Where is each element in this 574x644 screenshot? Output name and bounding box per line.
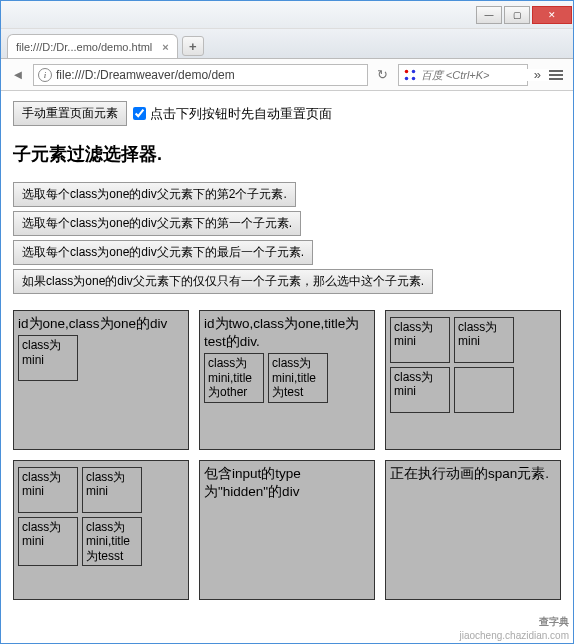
nav-bar: ◄ i ↻ »	[1, 59, 573, 91]
action-first-child[interactable]: 选取每个class为one的div父元素下的第一个子元素.	[13, 211, 301, 236]
baidu-icon	[403, 68, 417, 82]
box-title: id为two,class为one,title为test的div.	[204, 315, 370, 351]
auto-reset-checkbox[interactable]	[133, 107, 146, 120]
back-icon[interactable]: ◄	[9, 66, 27, 84]
auto-reset-text: 点击下列按钮时先自动重置页面	[150, 105, 332, 123]
top-controls: 手动重置页面元素 点击下列按钮时先自动重置页面	[13, 101, 561, 126]
box-title: id为one,class为one的div	[18, 315, 184, 333]
box-five: 包含input的type为"hidden"的div	[199, 460, 375, 600]
tab-bar: file:///D:/Dr...emo/demo.html × +	[1, 29, 573, 59]
browser-window: — ▢ ✕ file:///D:/Dr...emo/demo.html × + …	[0, 0, 574, 644]
mini-box: class为mini,title为other	[204, 353, 264, 402]
titlebar: — ▢ ✕	[1, 1, 573, 29]
box-six: 正在执行动画的span元素.	[385, 460, 561, 600]
auto-reset-label[interactable]: 点击下列按钮时先自动重置页面	[133, 105, 332, 123]
box-title: 包含input的type为"hidden"的div	[204, 465, 370, 501]
info-icon[interactable]: i	[38, 68, 52, 82]
mini-box: class为mini	[390, 317, 450, 363]
mini-box: class为mini	[18, 467, 78, 513]
watermark-brand: 查字典	[539, 615, 569, 629]
new-tab-button[interactable]: +	[182, 36, 204, 56]
box-four: class为mini class为mini class为mini class为m…	[13, 460, 189, 600]
mini-box: class为mini	[82, 467, 142, 513]
tab-title: file:///D:/Dr...emo/demo.html	[16, 41, 152, 53]
mini-box: class为mini	[18, 335, 78, 381]
svg-point-0	[405, 69, 409, 73]
mini-box: class为mini	[454, 317, 514, 363]
minimize-button[interactable]: —	[476, 6, 502, 24]
page-content: 手动重置页面元素 点击下列按钮时先自动重置页面 子元素过滤选择器. 选取每个cl…	[1, 91, 573, 643]
svg-point-1	[412, 69, 416, 73]
demo-boxes: id为one,class为one的div class为mini id为two,c…	[13, 310, 561, 600]
overflow-icon[interactable]: »	[534, 67, 541, 82]
search-field[interactable]	[398, 64, 528, 86]
manual-reset-button[interactable]: 手动重置页面元素	[13, 101, 127, 126]
box-title: 正在执行动画的span元素.	[390, 465, 556, 483]
action-buttons: 选取每个class为one的div父元素下的第2个子元素. 选取每个class为…	[13, 182, 561, 294]
maximize-button[interactable]: ▢	[504, 6, 530, 24]
close-button[interactable]: ✕	[532, 6, 572, 24]
svg-point-3	[412, 76, 416, 80]
section-title: 子元素过滤选择器.	[13, 142, 561, 166]
mini-box-empty	[454, 367, 514, 413]
action-last-child[interactable]: 选取每个class为one的div父元素下的最后一个子元素.	[13, 240, 313, 265]
tab-active[interactable]: file:///D:/Dr...emo/demo.html ×	[7, 34, 178, 58]
mini-box: class为mini,title为tesst	[82, 517, 142, 566]
url-input[interactable]	[56, 68, 363, 82]
tab-close-icon[interactable]: ×	[162, 41, 168, 53]
mini-box: class为mini,title为test	[268, 353, 328, 402]
box-one: id为one,class为one的div class为mini	[13, 310, 189, 450]
action-only-child[interactable]: 如果class为one的div父元素下的仅仅只有一个子元素，那么选中这个子元素.	[13, 269, 433, 294]
mini-box: class为mini	[18, 517, 78, 566]
mini-box: class为mini	[390, 367, 450, 413]
box-three: class为mini class为mini class为mini	[385, 310, 561, 450]
svg-point-2	[405, 76, 409, 80]
action-nth-child-2[interactable]: 选取每个class为one的div父元素下的第2个子元素.	[13, 182, 296, 207]
hamburger-icon[interactable]	[547, 68, 565, 82]
watermark-url: jiaocheng.chazidian.com	[459, 630, 569, 641]
box-two: id为two,class为one,title为test的div. class为m…	[199, 310, 375, 450]
reload-icon[interactable]: ↻	[374, 66, 392, 84]
url-field[interactable]: i	[33, 64, 368, 86]
